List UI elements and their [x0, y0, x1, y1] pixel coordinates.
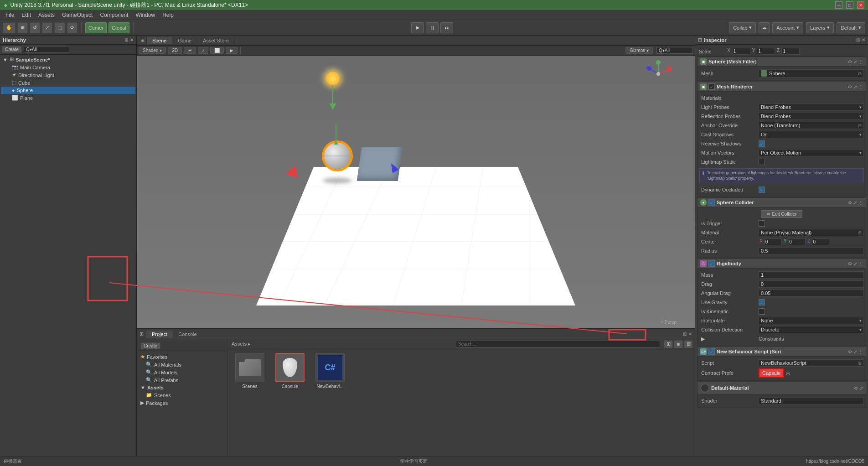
cloud-button[interactable]: ☁ — [759, 22, 770, 33]
lightmap-static-checkbox[interactable] — [759, 159, 765, 165]
sphere-collider-menu-icon[interactable]: ⋮ — [858, 200, 863, 205]
mesh-value-field[interactable]: Sphere ◎ — [759, 69, 864, 78]
layers-button[interactable]: Layers ▾ — [806, 22, 834, 33]
mesh-renderer-header[interactable]: ▣ Mesh Renderer ⚙ ⤢ ⋮ — [697, 82, 866, 92]
play-button[interactable]: ▶ — [411, 22, 424, 33]
minimize-button[interactable]: ─ — [835, 1, 842, 9]
axis-gizmo[interactable]: X Y Z — [645, 60, 672, 88]
sphere-collider-maximize-icon[interactable]: ⤢ — [853, 200, 857, 205]
is-trigger-checkbox[interactable] — [759, 220, 765, 227]
menu-help[interactable]: Help — [159, 11, 177, 19]
center-x-input[interactable] — [765, 238, 782, 245]
hierarchy-pin-icon[interactable]: ⊞ — [124, 37, 128, 42]
menu-gameobject[interactable]: GameObject — [58, 11, 96, 19]
drag-input[interactable] — [759, 280, 864, 288]
audio-toggle[interactable]: ♪ — [198, 47, 208, 54]
script-maximize-icon[interactable]: ⤢ — [853, 349, 857, 354]
interpolate-value[interactable]: None ▾ — [759, 317, 864, 324]
scene-tab[interactable]: Scene — [147, 37, 172, 44]
contract-prefix-value[interactable]: Capsule — [759, 368, 784, 378]
anchor-override-value[interactable]: None (Transform) ◎ — [759, 122, 864, 129]
collision-detection-value[interactable]: Discrete ▾ — [759, 326, 864, 333]
edit-collider-button[interactable]: ✏ Edit Collider — [761, 210, 803, 218]
hierarchy-item-directionallight[interactable]: ☀ Directional Light — [1, 71, 135, 79]
tree-packages[interactable]: ▶ Packages — [139, 399, 226, 407]
center-y-input[interactable] — [788, 238, 806, 245]
transform-scale-tool[interactable]: ⤢ — [42, 22, 52, 33]
rigidbody-menu-icon[interactable]: ⋮ — [858, 261, 863, 266]
collider-material-value[interactable]: None (Physic Material) ◎ — [759, 229, 864, 236]
light-probes-value[interactable]: Blend Probes ▾ — [759, 104, 864, 111]
mesh-renderer-enabled-checkbox[interactable] — [708, 83, 715, 90]
hierarchy-create-button[interactable]: Create — [2, 46, 22, 53]
project-view-toggle-1[interactable]: ⊞ — [664, 340, 673, 348]
rigidbody-header[interactable]: ⬡ Rigidbody ⚙ ⤢ ⋮ — [697, 259, 866, 269]
project-create-button[interactable]: Create — [140, 342, 160, 349]
menu-window[interactable]: Window — [132, 11, 159, 19]
tree-all-materials[interactable]: 🔍 All Materials — [139, 361, 226, 368]
scene-search-input[interactable] — [656, 47, 693, 54]
sphere-object[interactable] — [323, 141, 352, 171]
tree-scenes[interactable]: 📁 Scenes — [139, 391, 226, 399]
transform-move-tool[interactable]: ⊕ — [17, 22, 28, 33]
layout-button[interactable]: Default ▾ — [837, 22, 865, 33]
asset-capsule[interactable]: Capsule — [272, 353, 308, 389]
script-settings-icon[interactable]: ⚙ — [848, 349, 852, 354]
lighting-toggle[interactable]: ☀ — [184, 47, 196, 54]
material-maximize-icon[interactable]: ⤢ — [859, 386, 863, 391]
script-menu-icon[interactable]: ⋮ — [858, 349, 863, 354]
shader-value[interactable]: Standard — [759, 397, 864, 404]
is-kinematic-checkbox[interactable] — [759, 308, 765, 315]
transform-rect-tool[interactable]: ⬚ — [54, 22, 65, 33]
fx-toggle[interactable]: ⬜ — [210, 47, 224, 54]
use-gravity-checkbox[interactable] — [759, 299, 765, 305]
hierarchy-item-cube[interactable]: ⬚ Cube — [1, 79, 135, 87]
center-toggle[interactable]: Center — [85, 22, 107, 33]
receive-shadows-checkbox[interactable] — [759, 140, 765, 147]
center-z-input[interactable] — [812, 238, 829, 245]
project-panel-close-icon[interactable]: ✕ — [688, 331, 692, 337]
hierarchy-item-plane[interactable]: ⬜ Plane — [1, 94, 135, 102]
script-header[interactable]: C# New Behaviour Script (Scri ⚙ ⤢ ⋮ — [697, 347, 866, 357]
account-button[interactable]: Account ▾ — [772, 22, 803, 33]
cast-shadows-value[interactable]: On ▾ — [759, 131, 864, 138]
mesh-filter-maximize-icon[interactable]: ⤢ — [853, 59, 857, 64]
2d-toggle[interactable]: 2D — [168, 47, 182, 54]
hierarchy-item-samplescene[interactable]: ▼ ⊞ SampleScene* — [1, 56, 135, 63]
tree-favorites[interactable]: ★ Favorites — [139, 353, 226, 361]
hierarchy-item-maincamera[interactable]: 📷 Main Camera — [1, 63, 135, 71]
mesh-renderer-menu-icon[interactable]: ⋮ — [858, 84, 863, 89]
tree-assets[interactable]: ▼ Assets — [139, 384, 226, 391]
angular-drag-input[interactable] — [759, 290, 864, 297]
global-toggle[interactable]: Global — [108, 22, 129, 33]
motion-vectors-value[interactable]: Per Object Motion ▾ — [759, 149, 864, 156]
transform-multi-tool[interactable]: ⟳ — [67, 22, 78, 33]
console-tab[interactable]: Console — [173, 331, 202, 338]
radius-input[interactable] — [759, 247, 864, 254]
asset-csharp-script[interactable]: C# NewBehavi... — [312, 353, 348, 389]
asset-scenes-folder[interactable]: Scenes — [232, 353, 268, 389]
project-tab[interactable]: Project — [146, 331, 173, 338]
mesh-renderer-settings-icon[interactable]: ⚙ — [848, 84, 852, 89]
mass-input[interactable] — [759, 271, 864, 279]
sphere-collider-enabled-checkbox[interactable] — [708, 199, 715, 206]
camera-toggle[interactable]: ▶ — [226, 47, 238, 54]
menu-assets[interactable]: Assets — [35, 11, 58, 19]
inspector-close-icon[interactable]: ✕ — [862, 37, 865, 42]
tree-all-prefabs[interactable]: 🔍 All Prefabs — [139, 376, 226, 384]
project-view-toggle-3[interactable]: ⊠ — [684, 340, 693, 348]
project-panel-pin-icon[interactable]: ⊞ — [683, 331, 687, 337]
script-enabled-checkbox[interactable] — [708, 348, 715, 355]
hierarchy-item-sphere[interactable]: ● Sphere — [1, 87, 135, 94]
menu-edit[interactable]: Edit — [18, 11, 35, 19]
rigidbody-settings-icon[interactable]: ⚙ — [848, 261, 852, 266]
hierarchy-search-input[interactable] — [24, 46, 69, 53]
reflection-probes-value[interactable]: Blend Probes ▾ — [759, 113, 864, 120]
collab-button[interactable]: Collab ▾ — [729, 22, 756, 33]
material-settings-icon[interactable]: ⚙ — [854, 386, 858, 391]
rigidbody-maximize-icon[interactable]: ⤢ — [853, 261, 857, 266]
contract-value-circle[interactable]: ◎ — [786, 371, 790, 376]
mesh-filter-settings-icon[interactable]: ⚙ — [848, 59, 852, 64]
sphere-collider-header[interactable]: ● Sphere Collider ⚙ ⤢ ⋮ — [697, 197, 866, 207]
game-tab[interactable]: Game — [172, 37, 197, 44]
